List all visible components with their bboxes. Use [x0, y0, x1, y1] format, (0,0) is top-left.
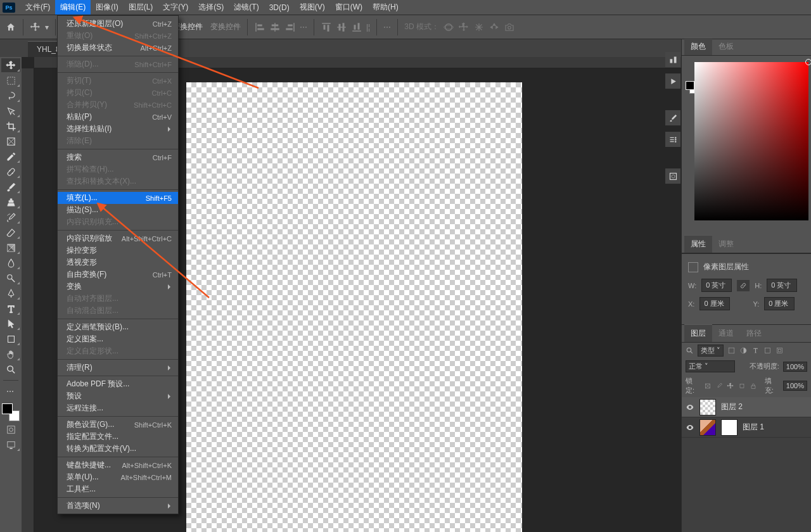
path-select-tool[interactable]: [1, 317, 20, 331]
fill-field[interactable]: 100%: [783, 381, 807, 391]
edit-menu-item[interactable]: 首选项(N): [58, 500, 178, 512]
layer-thumb[interactable]: [699, 419, 716, 436]
edit-menu-item[interactable]: 还原新建图层(O)Ctrl+Z: [58, 18, 178, 30]
link-wh-icon[interactable]: [737, 280, 750, 291]
crop-tool[interactable]: [1, 119, 20, 133]
edit-menu-item[interactable]: 菜单(U)...Alt+Shift+Ctrl+M: [58, 471, 178, 483]
menu-help[interactable]: 帮助(H): [367, 0, 404, 15]
menu-3d[interactable]: 3D(D): [264, 1, 295, 14]
tab-swatches[interactable]: 色板: [712, 38, 740, 55]
canvas[interactable]: [186, 82, 522, 532]
type-tool[interactable]: [1, 301, 20, 315]
edit-menu-item[interactable]: Adobe PDF 预设...: [58, 378, 178, 390]
dock-settings-icon[interactable]: [665, 132, 680, 147]
dock-brush-icon[interactable]: [665, 110, 680, 125]
edit-menu-item[interactable]: 远程连接...: [58, 402, 178, 414]
edit-menu-item[interactable]: 选择性粘贴(I): [58, 123, 178, 135]
search-icon[interactable]: [686, 346, 694, 355]
move-tool[interactable]: [1, 58, 20, 72]
move-3d-icon[interactable]: [473, 22, 485, 33]
move-tool-icon[interactable]: [30, 22, 41, 33]
layer-row-1[interactable]: 图层 1: [682, 417, 811, 438]
history-brush-tool[interactable]: [1, 210, 20, 224]
pen-tool[interactable]: [1, 286, 20, 300]
quick-mask-icon[interactable]: [1, 422, 20, 436]
dock-info-icon[interactable]: [665, 168, 680, 184]
opacity-field[interactable]: 100%: [783, 362, 807, 372]
gradient-tool[interactable]: [1, 241, 20, 255]
scale-3d-icon[interactable]: [489, 22, 500, 33]
tab-channels[interactable]: 通道: [712, 325, 740, 342]
field-x[interactable]: 0 厘米: [699, 297, 730, 310]
lasso-tool[interactable]: [1, 89, 20, 103]
layer-mask-thumb[interactable]: [721, 419, 738, 436]
align-hcenter-icon[interactable]: [269, 22, 281, 33]
brush-tool[interactable]: [1, 180, 20, 194]
layer-name[interactable]: 图层 1: [743, 422, 764, 433]
dodge-tool[interactable]: [1, 271, 20, 285]
menu-file[interactable]: 文件(F): [20, 0, 55, 15]
edit-menu-item[interactable]: 键盘快捷键...Alt+Shift+Ctrl+K: [58, 459, 178, 471]
visibility-icon[interactable]: [686, 403, 694, 412]
orbit-icon[interactable]: [443, 22, 454, 33]
layer-thumb[interactable]: [699, 399, 716, 415]
distribute-bottom-icon[interactable]: [351, 22, 362, 33]
edit-menu-item[interactable]: 透视变形: [58, 256, 178, 269]
align-left-icon[interactable]: [254, 22, 265, 33]
edit-toolbar-icon[interactable]: ⋯: [1, 384, 20, 398]
dock-play-icon[interactable]: [665, 73, 680, 89]
tab-adjustments[interactable]: 调整: [712, 236, 740, 253]
marquee-tool[interactable]: [1, 73, 20, 87]
edit-menu-item[interactable]: 切换最终状态Alt+Ctrl+Z: [58, 42, 178, 54]
field-y[interactable]: 0 厘米: [764, 297, 795, 310]
quick-select-tool[interactable]: [1, 104, 20, 118]
lock-move-icon[interactable]: [727, 382, 734, 390]
pan-3d-icon[interactable]: [458, 22, 469, 33]
layer-name[interactable]: 图层 2: [721, 402, 743, 412]
field-height[interactable]: 0 英寸: [767, 279, 797, 292]
filter-type-icon[interactable]: [751, 346, 760, 355]
align-right-icon[interactable]: [284, 22, 296, 33]
lock-brush-icon[interactable]: [715, 382, 723, 390]
hand-tool[interactable]: [1, 347, 20, 361]
filter-shape-icon[interactable]: [763, 346, 772, 355]
clone-stamp-tool[interactable]: [1, 195, 20, 209]
eyedropper-tool[interactable]: [1, 149, 20, 163]
lock-artboard-icon[interactable]: [738, 382, 746, 390]
healing-tool[interactable]: [1, 165, 20, 179]
home-icon[interactable]: [5, 22, 16, 32]
camera-icon[interactable]: [504, 22, 515, 33]
eraser-tool[interactable]: [1, 225, 20, 239]
layer-row-2[interactable]: 图层 2: [682, 397, 811, 417]
menu-layer[interactable]: 图层(L): [124, 0, 158, 15]
zoom-tool[interactable]: [1, 362, 20, 376]
color-swatches[interactable]: [2, 403, 20, 421]
lock-transparency-icon[interactable]: [704, 382, 712, 390]
field-width[interactable]: 0 英寸: [701, 279, 732, 292]
edit-menu-item[interactable]: 内容识别缩放Alt+Shift+Ctrl+C: [58, 232, 178, 244]
ruler-vertical[interactable]: [22, 68, 34, 532]
menu-window[interactable]: 窗口(W): [330, 0, 367, 15]
dock-icon-1[interactable]: [665, 52, 680, 67]
tab-paths[interactable]: 路径: [740, 325, 768, 342]
edit-menu-item[interactable]: 指定配置文件...: [58, 431, 178, 443]
frame-tool[interactable]: [1, 134, 20, 148]
edit-menu-item[interactable]: 工具栏...: [58, 483, 178, 495]
screen-mode-icon[interactable]: [1, 438, 20, 452]
lock-all-icon[interactable]: [750, 382, 757, 390]
menu-edit[interactable]: 编辑(E): [55, 0, 91, 15]
edit-menu-item[interactable]: 清理(R): [58, 362, 178, 374]
filter-adjust-icon[interactable]: [739, 346, 748, 355]
edit-menu-item[interactable]: 定义图案...: [58, 333, 178, 345]
edit-menu-item[interactable]: 搜索Ctrl+F: [58, 151, 178, 163]
menu-image[interactable]: 图像(I): [91, 0, 123, 15]
edit-menu-item[interactable]: 定义画笔预设(B)...: [58, 321, 178, 333]
edit-menu-item[interactable]: 变换: [58, 281, 178, 293]
blur-tool[interactable]: [1, 256, 20, 270]
layer-filter-kind[interactable]: 类型 ˅: [698, 345, 724, 357]
shape-tool[interactable]: [1, 332, 20, 346]
foreground-swatch[interactable]: [2, 403, 13, 414]
blend-mode[interactable]: 正常 ˅: [686, 360, 735, 372]
edit-menu-item[interactable]: 填充(L)...Shift+F5: [58, 192, 178, 204]
edit-menu-item[interactable]: 粘贴(P)Ctrl+V: [58, 111, 178, 123]
